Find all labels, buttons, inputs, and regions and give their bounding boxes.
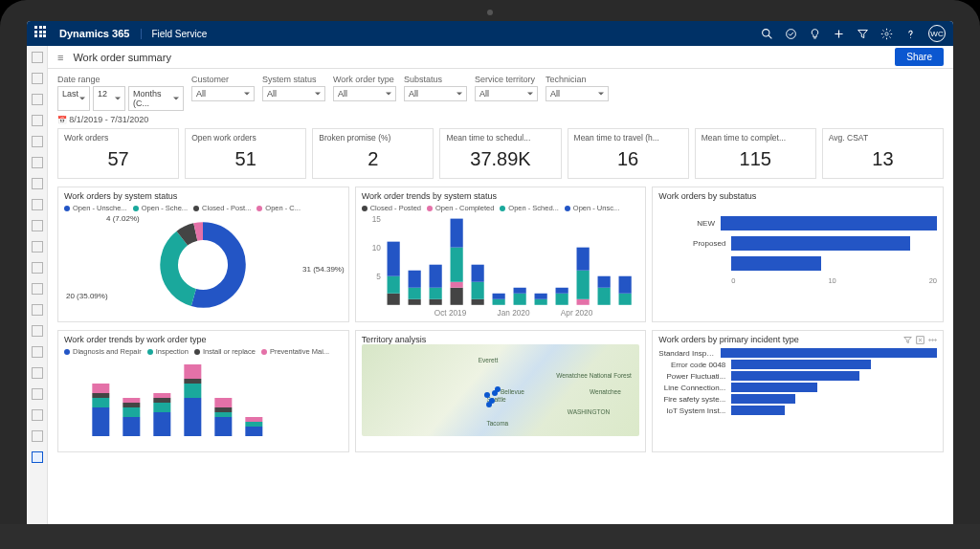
filter-systemstatus[interactable]: All [262,86,325,101]
filter-label-technician: Technician [546,75,609,84]
nav-icon-5[interactable] [32,136,43,147]
svg-rect-19 [450,282,462,288]
svg-rect-60 [214,412,232,417]
svg-rect-52 [153,403,170,412]
legend-item[interactable]: Closed - Post... [193,204,251,212]
card-workorders-by-substatus: Work orders by substatus NEWProposed 0 1… [652,187,944,322]
legend-item[interactable]: Inspection [147,347,189,356]
nav-workorder-summary-icon[interactable] [32,451,43,463]
legend-item[interactable]: Open - Unsche... [64,204,127,212]
svg-rect-29 [534,299,546,305]
svg-point-2 [787,29,796,38]
kpi-label: Broken promise (%) [319,133,427,143]
filter-label-wotype: Work order type [333,75,396,84]
app-launcher-icon[interactable] [34,26,50,41]
card-filter-icon[interactable] [903,336,912,344]
card-title: Work orders by substatus [658,191,937,201]
card-title: Work order trends by work order type [64,335,343,344]
svg-rect-13 [408,288,420,299]
card-title: Work order trends by system status [362,191,640,201]
nav-icon-2[interactable] [32,73,43,84]
nav-icon-8[interactable] [32,199,43,210]
nav-icon-10[interactable] [32,241,43,253]
app-header: Dynamics 365 Field Service WC [27,21,953,46]
nav-icon-7[interactable] [32,178,43,189]
nav-icon-4[interactable] [32,115,43,126]
settings-icon[interactable] [880,28,893,40]
filter-substatus[interactable]: All [404,86,467,101]
filter-icon[interactable] [857,28,869,40]
kpi-value: 13 [829,148,937,170]
map-label: Everett [479,357,499,363]
kpi-value: 57 [64,148,172,170]
nav-icon-14[interactable] [32,325,43,337]
territory-map[interactable]: EverettBellevueSeattleTacomaWenatchee Na… [362,344,640,436]
svg-rect-44 [92,398,109,407]
hbar [731,394,795,404]
axis-tick: 10 [828,276,835,285]
svg-rect-15 [429,299,441,305]
legend-item[interactable]: Open - Completed [427,204,494,212]
svg-rect-39 [618,276,631,294]
filter-daterange-num[interactable]: 12 [93,86,125,111]
collapse-rail-icon[interactable]: ≡ [57,52,63,63]
hbar-label: Proposed [658,239,725,248]
filter-territory[interactable]: All [475,86,538,101]
plus-icon[interactable] [833,28,845,40]
share-button[interactable]: Share [895,48,944,66]
donut-label-2: 20 (35.09%) [66,292,108,300]
legend-item[interactable]: Install or replace [194,347,256,356]
svg-rect-43 [92,407,109,436]
svg-rect-32 [555,288,568,294]
svg-rect-11 [387,242,399,276]
card-trends-by-status: Work order trends by system status Close… [355,187,647,322]
filter-daterange-last[interactable]: Last [57,86,90,111]
lightbulb-icon[interactable] [809,28,821,40]
user-avatar[interactable]: WC [928,25,946,42]
legend-item[interactable]: Closed - Posted [362,204,421,212]
card-workorders-by-incident: Work orders by primary incident type Sta… [652,330,944,452]
filter-daterange-unit[interactable]: Months (C... [128,86,184,111]
kpi-value: 37.89K [446,148,554,170]
legend-item[interactable]: Open - Unsc... [565,204,619,212]
task-icon[interactable] [785,28,797,40]
svg-rect-56 [184,384,201,398]
filter-technician[interactable]: All [546,86,609,101]
svg-text:5: 5 [376,273,381,281]
help-icon[interactable] [904,28,917,40]
legend-item[interactable]: Open - Sche... [133,204,188,212]
nav-icon-18[interactable] [32,409,43,421]
hbar-row: Fire safety syste... [658,394,937,404]
nav-icon-16[interactable] [32,367,43,379]
card-title: Territory analysis [362,335,640,344]
legend-item[interactable]: Diagnosis and Repair [64,347,142,356]
legend-item[interactable]: Preventative Mai... [261,347,329,356]
kpi-label: Open work orders [191,133,300,143]
kpi-value: 16 [574,148,682,170]
nav-home-icon[interactable] [32,52,43,63]
svg-text:Jan 2020: Jan 2020 [497,309,529,318]
search-icon[interactable] [761,28,773,40]
nav-icon-3[interactable] [32,94,43,105]
filter-customer[interactable]: All [191,86,255,101]
nav-icon-6[interactable] [32,157,43,168]
svg-point-67 [929,339,931,340]
legend-item[interactable]: Open - Sched... [500,204,559,212]
kpi-label: Avg. CSAT [829,133,937,143]
svg-rect-27 [513,294,525,305]
nav-icon-15[interactable] [32,346,43,358]
nav-icon-17[interactable] [32,388,43,400]
legend-item[interactable]: Open - C... [256,204,301,212]
nav-icon-13[interactable] [32,304,43,316]
hbar [721,348,937,358]
svg-rect-64 [245,422,262,427]
card-focus-icon[interactable] [916,336,924,344]
nav-icon-11[interactable] [32,262,43,274]
nav-icon-9[interactable] [32,220,43,231]
nav-icon-12[interactable] [32,283,43,295]
card-more-icon[interactable] [928,336,937,344]
kpi-card: Avg. CSAT13 [822,128,944,179]
hbar-row: NEW [658,216,937,231]
filter-wotype[interactable]: All [333,86,396,101]
nav-icon-19[interactable] [32,430,43,442]
